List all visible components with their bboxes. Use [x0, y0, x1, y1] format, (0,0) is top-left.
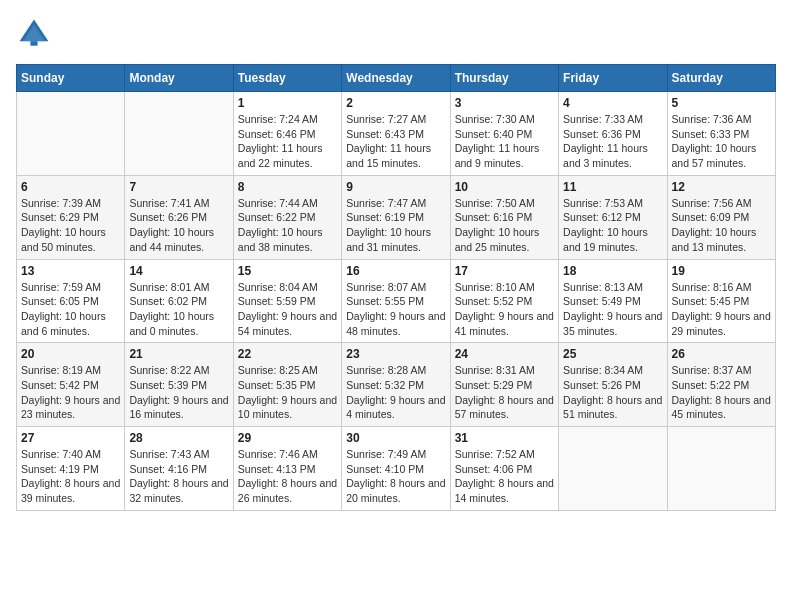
day-cell: 28Sunrise: 7:43 AMSunset: 4:16 PMDayligh…	[125, 427, 233, 511]
day-number: 19	[672, 264, 771, 278]
day-info: Sunrise: 7:36 AMSunset: 6:33 PMDaylight:…	[672, 112, 771, 171]
day-info: Sunrise: 7:24 AMSunset: 6:46 PMDaylight:…	[238, 112, 337, 171]
day-info: Sunrise: 7:44 AMSunset: 6:22 PMDaylight:…	[238, 196, 337, 255]
day-info: Sunrise: 7:50 AMSunset: 6:16 PMDaylight:…	[455, 196, 554, 255]
day-number: 24	[455, 347, 554, 361]
day-cell: 9Sunrise: 7:47 AMSunset: 6:19 PMDaylight…	[342, 175, 450, 259]
week-row-1: 1Sunrise: 7:24 AMSunset: 6:46 PMDaylight…	[17, 92, 776, 176]
day-number: 10	[455, 180, 554, 194]
header-cell-thursday: Thursday	[450, 65, 558, 92]
calendar-header: SundayMondayTuesdayWednesdayThursdayFrid…	[17, 65, 776, 92]
day-number: 26	[672, 347, 771, 361]
day-number: 9	[346, 180, 445, 194]
day-number: 13	[21, 264, 120, 278]
day-info: Sunrise: 8:16 AMSunset: 5:45 PMDaylight:…	[672, 280, 771, 339]
day-cell: 24Sunrise: 8:31 AMSunset: 5:29 PMDayligh…	[450, 343, 558, 427]
day-cell: 22Sunrise: 8:25 AMSunset: 5:35 PMDayligh…	[233, 343, 341, 427]
day-info: Sunrise: 7:40 AMSunset: 4:19 PMDaylight:…	[21, 447, 120, 506]
calendar-body: 1Sunrise: 7:24 AMSunset: 6:46 PMDaylight…	[17, 92, 776, 511]
day-cell: 11Sunrise: 7:53 AMSunset: 6:12 PMDayligh…	[559, 175, 667, 259]
logo	[16, 16, 56, 52]
svg-rect-2	[30, 41, 37, 46]
day-cell: 5Sunrise: 7:36 AMSunset: 6:33 PMDaylight…	[667, 92, 775, 176]
day-number: 31	[455, 431, 554, 445]
day-cell: 7Sunrise: 7:41 AMSunset: 6:26 PMDaylight…	[125, 175, 233, 259]
day-cell: 31Sunrise: 7:52 AMSunset: 4:06 PMDayligh…	[450, 427, 558, 511]
day-cell: 2Sunrise: 7:27 AMSunset: 6:43 PMDaylight…	[342, 92, 450, 176]
header-cell-saturday: Saturday	[667, 65, 775, 92]
day-number: 15	[238, 264, 337, 278]
day-cell: 15Sunrise: 8:04 AMSunset: 5:59 PMDayligh…	[233, 259, 341, 343]
header-row: SundayMondayTuesdayWednesdayThursdayFrid…	[17, 65, 776, 92]
day-number: 2	[346, 96, 445, 110]
day-number: 1	[238, 96, 337, 110]
day-cell: 27Sunrise: 7:40 AMSunset: 4:19 PMDayligh…	[17, 427, 125, 511]
day-info: Sunrise: 8:10 AMSunset: 5:52 PMDaylight:…	[455, 280, 554, 339]
day-cell: 18Sunrise: 8:13 AMSunset: 5:49 PMDayligh…	[559, 259, 667, 343]
day-info: Sunrise: 7:43 AMSunset: 4:16 PMDaylight:…	[129, 447, 228, 506]
day-info: Sunrise: 8:28 AMSunset: 5:32 PMDaylight:…	[346, 363, 445, 422]
day-number: 8	[238, 180, 337, 194]
calendar-table: SundayMondayTuesdayWednesdayThursdayFrid…	[16, 64, 776, 511]
day-number: 12	[672, 180, 771, 194]
day-number: 28	[129, 431, 228, 445]
header-cell-monday: Monday	[125, 65, 233, 92]
day-cell: 3Sunrise: 7:30 AMSunset: 6:40 PMDaylight…	[450, 92, 558, 176]
day-info: Sunrise: 8:07 AMSunset: 5:55 PMDaylight:…	[346, 280, 445, 339]
header-cell-sunday: Sunday	[17, 65, 125, 92]
day-cell: 29Sunrise: 7:46 AMSunset: 4:13 PMDayligh…	[233, 427, 341, 511]
day-cell: 6Sunrise: 7:39 AMSunset: 6:29 PMDaylight…	[17, 175, 125, 259]
day-number: 21	[129, 347, 228, 361]
day-number: 4	[563, 96, 662, 110]
day-cell: 23Sunrise: 8:28 AMSunset: 5:32 PMDayligh…	[342, 343, 450, 427]
day-info: Sunrise: 7:56 AMSunset: 6:09 PMDaylight:…	[672, 196, 771, 255]
day-info: Sunrise: 7:39 AMSunset: 6:29 PMDaylight:…	[21, 196, 120, 255]
day-number: 7	[129, 180, 228, 194]
day-info: Sunrise: 7:33 AMSunset: 6:36 PMDaylight:…	[563, 112, 662, 171]
day-info: Sunrise: 7:49 AMSunset: 4:10 PMDaylight:…	[346, 447, 445, 506]
day-number: 3	[455, 96, 554, 110]
day-info: Sunrise: 8:22 AMSunset: 5:39 PMDaylight:…	[129, 363, 228, 422]
day-info: Sunrise: 8:31 AMSunset: 5:29 PMDaylight:…	[455, 363, 554, 422]
day-cell	[667, 427, 775, 511]
day-cell: 1Sunrise: 7:24 AMSunset: 6:46 PMDaylight…	[233, 92, 341, 176]
day-info: Sunrise: 8:25 AMSunset: 5:35 PMDaylight:…	[238, 363, 337, 422]
day-number: 25	[563, 347, 662, 361]
day-cell: 19Sunrise: 8:16 AMSunset: 5:45 PMDayligh…	[667, 259, 775, 343]
day-cell: 10Sunrise: 7:50 AMSunset: 6:16 PMDayligh…	[450, 175, 558, 259]
header-cell-wednesday: Wednesday	[342, 65, 450, 92]
day-info: Sunrise: 8:13 AMSunset: 5:49 PMDaylight:…	[563, 280, 662, 339]
week-row-5: 27Sunrise: 7:40 AMSunset: 4:19 PMDayligh…	[17, 427, 776, 511]
day-number: 14	[129, 264, 228, 278]
day-info: Sunrise: 8:37 AMSunset: 5:22 PMDaylight:…	[672, 363, 771, 422]
header-cell-tuesday: Tuesday	[233, 65, 341, 92]
week-row-2: 6Sunrise: 7:39 AMSunset: 6:29 PMDaylight…	[17, 175, 776, 259]
day-number: 22	[238, 347, 337, 361]
day-cell	[125, 92, 233, 176]
day-cell: 25Sunrise: 8:34 AMSunset: 5:26 PMDayligh…	[559, 343, 667, 427]
day-info: Sunrise: 7:59 AMSunset: 6:05 PMDaylight:…	[21, 280, 120, 339]
day-number: 18	[563, 264, 662, 278]
day-info: Sunrise: 7:41 AMSunset: 6:26 PMDaylight:…	[129, 196, 228, 255]
day-cell: 16Sunrise: 8:07 AMSunset: 5:55 PMDayligh…	[342, 259, 450, 343]
day-info: Sunrise: 7:52 AMSunset: 4:06 PMDaylight:…	[455, 447, 554, 506]
day-number: 27	[21, 431, 120, 445]
day-cell: 26Sunrise: 8:37 AMSunset: 5:22 PMDayligh…	[667, 343, 775, 427]
day-info: Sunrise: 8:01 AMSunset: 6:02 PMDaylight:…	[129, 280, 228, 339]
week-row-4: 20Sunrise: 8:19 AMSunset: 5:42 PMDayligh…	[17, 343, 776, 427]
day-info: Sunrise: 8:04 AMSunset: 5:59 PMDaylight:…	[238, 280, 337, 339]
day-number: 17	[455, 264, 554, 278]
day-cell: 17Sunrise: 8:10 AMSunset: 5:52 PMDayligh…	[450, 259, 558, 343]
day-cell: 30Sunrise: 7:49 AMSunset: 4:10 PMDayligh…	[342, 427, 450, 511]
logo-icon	[16, 16, 52, 52]
day-number: 5	[672, 96, 771, 110]
day-cell: 8Sunrise: 7:44 AMSunset: 6:22 PMDaylight…	[233, 175, 341, 259]
day-number: 29	[238, 431, 337, 445]
day-number: 30	[346, 431, 445, 445]
day-number: 20	[21, 347, 120, 361]
day-info: Sunrise: 7:27 AMSunset: 6:43 PMDaylight:…	[346, 112, 445, 171]
day-info: Sunrise: 7:53 AMSunset: 6:12 PMDaylight:…	[563, 196, 662, 255]
day-cell: 21Sunrise: 8:22 AMSunset: 5:39 PMDayligh…	[125, 343, 233, 427]
week-row-3: 13Sunrise: 7:59 AMSunset: 6:05 PMDayligh…	[17, 259, 776, 343]
page-header	[16, 16, 776, 52]
